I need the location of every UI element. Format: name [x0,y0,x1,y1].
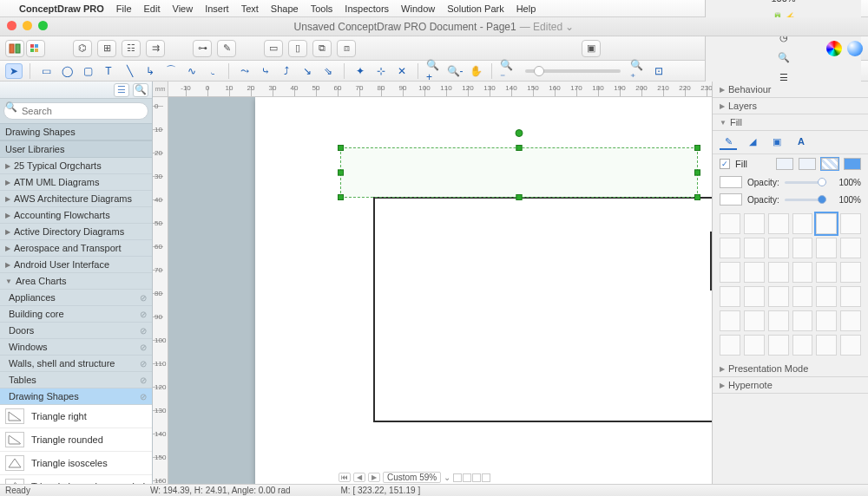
resize-handle-se[interactable] [694,194,700,200]
resize-handle-w[interactable] [338,170,344,176]
selected-rectangle-shape[interactable] [340,147,698,198]
menu-help[interactable]: Help [516,3,536,14]
zoom-in-tool[interactable]: 🔍+ [425,63,443,79]
cat-active-directory[interactable]: ▶Active Directory Diagrams [0,224,152,240]
zoom-dropdown-icon[interactable]: ⌄ [444,473,450,482]
pattern-swatch-16[interactable] [816,262,837,283]
gradient-preset-1[interactable] [776,158,793,170]
zoom-in-btn[interactable]: 🔍⁺ [629,63,647,79]
view-mode-2[interactable] [463,473,471,482]
menu-file[interactable]: File [116,3,132,14]
library-search-view[interactable]: 🔍 [133,83,148,97]
pattern-swatch-20[interactable] [768,286,789,307]
fill-tab-shadow[interactable]: ▣ [768,134,786,150]
pattern-swatch-27[interactable] [792,310,813,331]
zoom-fit-btn[interactable]: ⊡ [650,63,667,79]
shape-triangle-right[interactable]: Triangle right [0,405,152,428]
pattern-swatch-26[interactable] [768,310,789,331]
cat-area-charts[interactable]: ▼Area Charts [0,273,152,290]
presentation-tool[interactable]: ▣ [582,40,601,57]
pattern-swatch-23[interactable] [840,286,861,307]
ellipse-tool[interactable]: ◯ [58,63,76,79]
palette-toggle[interactable] [26,40,45,57]
sub-walls[interactable]: Walls, shell and structure⊘ [0,356,152,372]
fill-tab-gradient[interactable]: ◢ [744,134,761,150]
flow-tool[interactable]: ⇉ [146,40,165,57]
fill-color-well-2[interactable] [720,193,742,206]
pattern-swatch-9[interactable] [792,238,813,258]
pattern-swatch-34[interactable] [816,335,837,356]
pattern-swatch-31[interactable] [744,335,765,356]
sub-drawing-shapes[interactable]: Drawing Shapes⊘ [0,388,152,405]
zoom-out-btn[interactable]: 🔍⁻ [499,63,516,79]
accordion-fill[interactable]: ▼Fill [713,114,868,131]
accordion-presentation-mode[interactable]: ▶Presentation Mode [713,361,868,377]
pattern-swatch-7[interactable] [744,238,765,258]
pattern-swatch-1[interactable] [744,213,765,234]
pan-tool[interactable]: ✋ [467,63,484,79]
pattern-swatch-15[interactable] [792,262,813,283]
menu-window[interactable]: Window [401,3,435,14]
gradient-preset-3[interactable] [821,158,838,170]
orgchart-tool[interactable]: ⊞ [97,40,116,57]
app-menu[interactable]: ConceptDraw PRO [19,3,104,14]
pattern-swatch-8[interactable] [768,238,789,258]
zoom-readout[interactable]: Custom 59% [383,472,441,483]
status-search-icon[interactable]: 🔍 [778,52,790,63]
menu-view[interactable]: View [173,3,194,14]
ungroup-tool[interactable]: ⧈ [337,40,356,57]
arrange-back[interactable]: ▯ [288,40,307,57]
pattern-swatch-12[interactable] [720,262,740,283]
pattern-swatch-33[interactable] [792,335,813,356]
gradient-preset-2[interactable] [799,158,816,170]
zoom-button[interactable] [38,21,48,30]
fill-tab-text[interactable]: A [792,134,810,150]
pointer-tool[interactable]: ➤ [5,63,23,79]
cat-android-ui[interactable]: ▶Android User Interface [0,257,152,273]
pattern-swatch-32[interactable] [768,335,789,356]
cat-aerospace[interactable]: ▶Aerospace and Transport [0,240,152,257]
line-tool[interactable]: ╲ [121,63,138,79]
resize-handle-e[interactable] [694,170,700,176]
library-search-input[interactable] [3,102,148,120]
sub-tables[interactable]: Tables⊘ [0,372,152,388]
floorplan-shape[interactable] [373,197,712,422]
shape-triangle-iso-rounded[interactable]: Triangle isosceles rounded [0,475,152,484]
cat-aws[interactable]: ▶AWS Architecture Diagrams [0,191,152,207]
menu-solution-park[interactable]: Solution Park [447,3,503,14]
arc-tool[interactable]: ⌒ [162,63,180,79]
ruler-horizontal[interactable]: -100102030405060708090100110120130140150… [168,82,712,97]
accordion-layers[interactable]: ▶Layers [713,98,868,114]
library-list-view[interactable]: ☰ [114,83,129,97]
group-tool[interactable]: ⧉ [312,40,332,57]
ruler-vertical[interactable]: 0102030405060708090100110120130140150160 [153,97,168,484]
menu-tools[interactable]: Tools [311,3,333,14]
library-head-user-libraries[interactable]: User Libraries [0,140,152,158]
tree-tool[interactable]: ⌬ [73,40,92,57]
library-head-drawing-shapes[interactable]: Drawing Shapes [0,123,152,140]
sub-windows[interactable]: Windows⊘ [0,339,152,356]
menu-insert[interactable]: Insert [205,3,229,14]
rect-tool[interactable]: ▭ [37,63,55,79]
snap-tool[interactable]: ⊹ [372,63,390,79]
opacity-slider-1[interactable] [785,181,826,184]
smart-connect-4[interactable]: ↘ [299,63,316,79]
library-toggle[interactable] [5,40,24,57]
page-prev[interactable]: ◀ [353,473,365,482]
pattern-swatch-4[interactable] [816,213,837,234]
zoom-out-tool[interactable]: 🔍- [446,63,464,79]
pattern-swatch-29[interactable] [840,310,861,331]
minimize-button[interactable] [23,21,32,30]
resize-handle-nw[interactable] [338,145,344,151]
pattern-swatch-3[interactable] [792,213,813,234]
pattern-swatch-13[interactable] [744,262,765,283]
connection-point-tool[interactable]: ✕ [393,63,411,79]
resize-handle-ne[interactable] [694,145,700,151]
accordion-hypernote[interactable]: ▶Hypernote [713,377,868,394]
page-next[interactable]: ▶ [368,473,380,482]
cat-accounting[interactable]: ▶Accounting Flowcharts [0,207,152,224]
button-tool[interactable]: ▢ [79,63,96,79]
pattern-swatch-30[interactable] [720,335,740,356]
info-button[interactable] [847,41,863,56]
cat-atm-uml[interactable]: ▶ATM UML Diagrams [0,174,152,191]
